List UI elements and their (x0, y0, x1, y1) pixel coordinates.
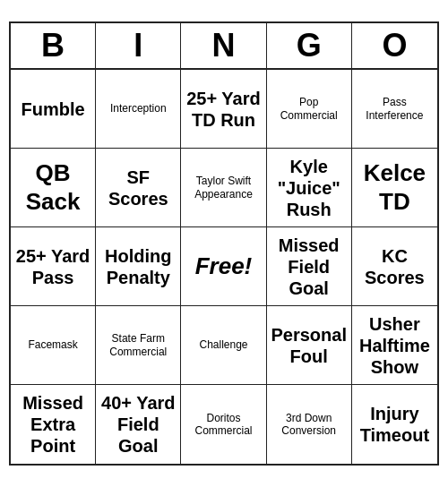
bingo-cell-16: State Farm Commercial (96, 306, 181, 385)
bingo-cell-18: Personal Foul (267, 306, 352, 385)
bingo-letter-G: G (267, 23, 352, 68)
bingo-cell-text-10: 25+ Yard Pass (14, 245, 91, 288)
bingo-cell-text-5: QB Sack (14, 159, 91, 215)
bingo-cell-7: Taylor Swift Appearance (181, 149, 266, 227)
bingo-cell-12: Free! (181, 227, 266, 306)
bingo-cell-text-19: Usher Halftime Show (356, 313, 434, 378)
bingo-cell-21: 40+ Yard Field Goal (96, 385, 181, 464)
bingo-cell-19: Usher Halftime Show (352, 306, 437, 385)
bingo-cell-text-21: 40+ Yard Field Goal (99, 392, 177, 457)
bingo-cell-text-20: Missed Extra Point (14, 392, 91, 457)
bingo-cell-4: Pass Interference (352, 70, 437, 149)
bingo-cell-24: Injury Timeout (352, 385, 437, 464)
bingo-cell-text-9: Kelce TD (356, 159, 434, 215)
bingo-cell-text-8: Kyle "Juice" Rush (271, 156, 348, 220)
bingo-cell-text-22: Doritos Commercial (185, 412, 262, 438)
bingo-card: BINGO FumbleInterception25+ Yard TD RunP… (9, 21, 439, 466)
bingo-cell-text-24: Injury Timeout (356, 403, 434, 446)
bingo-cell-23: 3rd Down Conversion (267, 385, 352, 464)
bingo-cell-text-17: Challenge (199, 338, 247, 351)
bingo-cell-15: Facemask (11, 306, 96, 385)
bingo-cell-13: Missed Field Goal (267, 227, 352, 306)
bingo-cell-text-15: Facemask (28, 338, 77, 351)
bingo-letter-N: N (181, 23, 266, 68)
bingo-cell-8: Kyle "Juice" Rush (267, 149, 352, 227)
bingo-letter-I: I (96, 23, 181, 68)
bingo-cell-2: 25+ Yard TD Run (181, 70, 266, 149)
bingo-cell-1: Interception (96, 70, 181, 149)
bingo-letter-B: B (11, 23, 96, 68)
bingo-cell-text-12: Free! (195, 252, 253, 280)
bingo-grid: FumbleInterception25+ Yard TD RunPop Com… (11, 70, 437, 464)
bingo-cell-text-23: 3rd Down Conversion (271, 412, 348, 438)
bingo-cell-22: Doritos Commercial (181, 385, 266, 464)
bingo-cell-text-3: Pop Commercial (271, 96, 348, 122)
bingo-cell-0: Fumble (11, 70, 96, 149)
bingo-cell-20: Missed Extra Point (11, 385, 96, 464)
bingo-cell-text-11: Holding Penalty (99, 245, 177, 288)
bingo-cell-text-18: Personal Foul (271, 324, 348, 367)
bingo-cell-text-0: Fumble (22, 98, 85, 120)
bingo-cell-3: Pop Commercial (267, 70, 352, 149)
bingo-cell-text-6: SF Scores (99, 167, 177, 209)
bingo-header: BINGO (11, 23, 437, 70)
bingo-cell-text-2: 25+ Yard TD Run (185, 88, 262, 131)
bingo-cell-text-14: KC Scores (356, 245, 434, 288)
bingo-cell-text-13: Missed Field Goal (271, 235, 348, 299)
bingo-cell-text-1: Interception (110, 102, 167, 115)
bingo-cell-10: 25+ Yard Pass (11, 227, 96, 306)
bingo-cell-text-16: State Farm Commercial (99, 332, 177, 358)
bingo-cell-text-4: Pass Interference (356, 96, 434, 122)
bingo-cell-5: QB Sack (11, 149, 96, 227)
bingo-cell-6: SF Scores (96, 149, 181, 227)
bingo-cell-17: Challenge (181, 306, 266, 385)
bingo-cell-11: Holding Penalty (96, 227, 181, 306)
bingo-letter-O: O (352, 23, 437, 68)
bingo-cell-9: Kelce TD (352, 149, 437, 227)
bingo-cell-14: KC Scores (352, 227, 437, 306)
bingo-cell-text-7: Taylor Swift Appearance (185, 175, 262, 201)
